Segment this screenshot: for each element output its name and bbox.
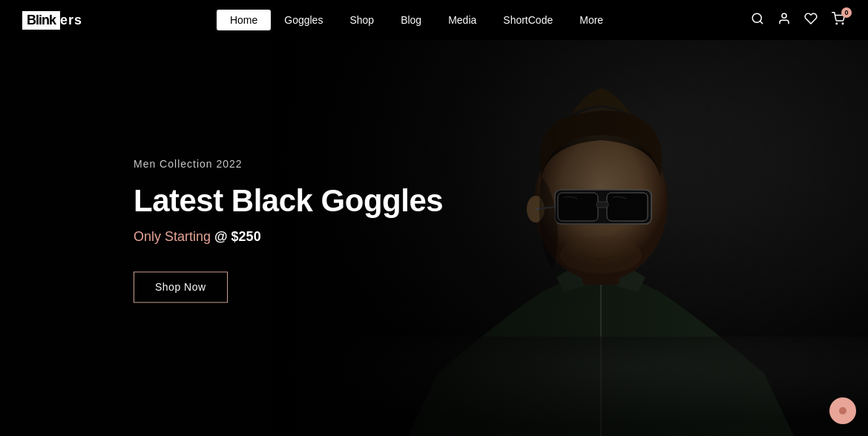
nav-more[interactable]: More (566, 10, 617, 30)
nav-icons: 0 (751, 12, 846, 29)
logo-rest: ers (60, 13, 82, 28)
wishlist-icon[interactable] (804, 12, 818, 29)
svg-point-2 (782, 13, 786, 18)
scroll-dot-inner (839, 407, 846, 414)
nav-media[interactable]: Media (435, 10, 490, 30)
cart-icon[interactable]: 0 (831, 12, 846, 29)
hero-price-label: Only Starting (134, 230, 214, 245)
nav-home[interactable]: Home (217, 10, 271, 30)
nav-goggles[interactable]: Goggles (271, 10, 336, 30)
hero-section: Men Collection 2022 Latest Black Goggles… (0, 40, 868, 436)
hero-price-value: @ $250 (214, 230, 261, 245)
nav-links: Home Goggles Shop Blog Media ShortCode M… (217, 10, 617, 30)
hero-title: Latest Black Goggles (134, 183, 443, 219)
logo-box: Blink (22, 11, 60, 30)
shop-now-button[interactable]: Shop Now (134, 272, 228, 303)
cart-badge: 0 (841, 7, 852, 18)
hero-subtitle: Men Collection 2022 (134, 158, 443, 170)
nav-shop[interactable]: Shop (336, 10, 387, 30)
user-icon[interactable] (777, 12, 791, 29)
logo[interactable]: Blink ers (22, 11, 82, 30)
nav-blog[interactable]: Blog (387, 10, 435, 30)
navbar: Blink ers Home Goggles Shop Blog Media S… (0, 0, 868, 40)
svg-point-3 (836, 23, 838, 24)
hero-price: Only Starting @ $250 (134, 230, 443, 245)
search-icon[interactable] (751, 12, 764, 29)
svg-line-1 (760, 21, 762, 23)
scroll-indicator (829, 397, 856, 424)
nav-shortcode[interactable]: ShortCode (490, 10, 566, 30)
svg-point-4 (842, 23, 844, 24)
hero-content: Men Collection 2022 Latest Black Goggles… (134, 158, 443, 303)
